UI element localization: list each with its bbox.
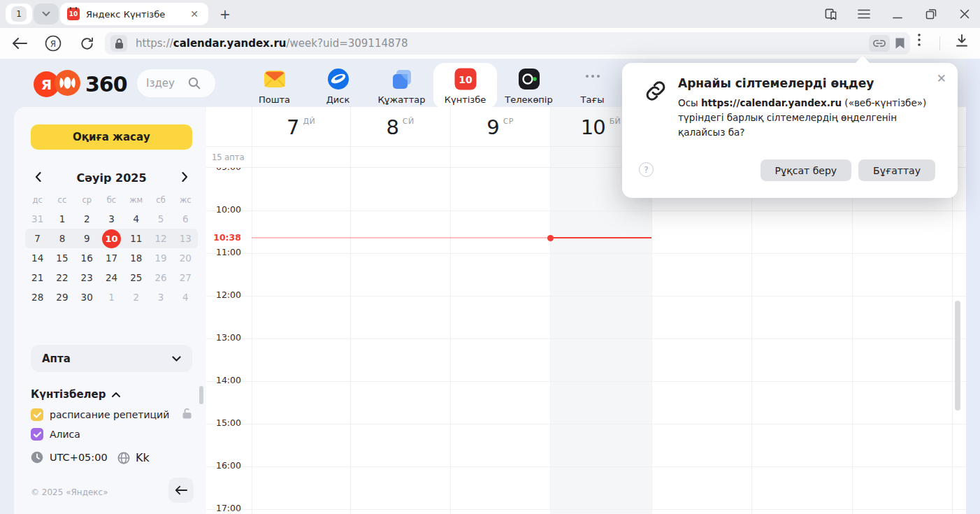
service-docs[interactable]: Құжаттар [370,63,433,109]
mini-calendar-day[interactable]: 7 [25,233,50,244]
url-text: https://calendar.yandex.ru/week?uid=3091… [136,37,408,50]
language-control[interactable]: Kk [117,451,150,464]
mini-calendar-day[interactable]: 17 [99,252,124,264]
weekday-label: сб [148,195,173,205]
day-header-9[interactable]: 9СР [450,107,550,147]
tab-close-icon[interactable]: ✕ [187,7,201,21]
chevron-down-icon [42,11,50,17]
calendar-checkbox[interactable] [31,408,43,421]
view-select-value: Апта [42,352,71,365]
toolbar-more-icon[interactable] [918,34,921,46]
reload-icon[interactable] [77,34,96,53]
timezone-control[interactable]: UTC+05:00 [31,451,108,464]
mini-calendar-day[interactable]: 1 [50,213,74,224]
mini-calendar-day[interactable]: 21 [25,272,50,283]
bookmarks-panel-icon[interactable] [823,7,837,21]
calendars-title: Күнтізбелер [31,388,106,401]
mini-calendar-day[interactable]: 29 [50,292,74,303]
mini-calendar-day[interactable]: 4 [124,213,148,224]
minimize-window-icon[interactable] [891,7,905,21]
hour-label: 10:00 [206,204,241,215]
tab-counter-button[interactable]: 1 [6,3,32,24]
mini-calendar-next-icon[interactable] [182,171,188,185]
time-grid[interactable]: 10:38 09:0010:0011:0012:0013:0014:0015:0… [206,168,966,514]
services-row: ПоштаДискҚұжаттар10КүнтізбеТелекөпірТағы [243,63,624,109]
sidebar-scrollbar-thumb[interactable] [199,386,203,404]
mini-calendar-day[interactable]: 20 [173,252,198,264]
search-input[interactable] [146,77,188,90]
mini-calendar-selected-day[interactable]: 10 [99,229,124,248]
mini-calendar-day[interactable]: 2 [124,292,148,303]
service-mail[interactable]: Пошта [243,63,306,109]
mini-calendar-day[interactable]: 25 [124,272,148,283]
page-scrollbar-track[interactable] [966,59,980,514]
service-more[interactable]: Тағы [561,63,624,109]
day-header-7[interactable]: 7ДЙ [252,107,350,147]
address-bar[interactable]: https://calendar.yandex.ru/week?uid=3091… [105,32,910,55]
day-header-8[interactable]: 8СЙ [350,107,450,147]
calendar-checkbox[interactable] [31,428,43,441]
popup-close-icon[interactable]: ✕ [937,71,946,85]
mini-calendar-day[interactable]: 22 [50,272,74,283]
day-abbr: БЙ [610,117,621,126]
mini-calendar-day[interactable]: 30 [75,292,99,303]
mini-calendar-day[interactable]: 1 [99,292,124,303]
mini-calendar-day[interactable]: 19 [148,252,173,264]
service-calendar[interactable]: 10Күнтізбе [433,63,497,109]
yandex-home-icon[interactable]: Я [43,34,63,53]
mini-calendar-day[interactable]: 9 [75,233,99,244]
mini-calendar-day[interactable]: 12 [148,233,173,244]
allow-button[interactable]: Рұқсат беру [761,159,851,181]
mini-calendar-day[interactable]: 8 [50,233,74,244]
restore-window-icon[interactable] [924,7,938,21]
mini-calendar-day[interactable]: 4 [173,292,198,303]
calendar-list-item[interactable]: расписание репетиций [31,405,192,424]
mini-calendar-day[interactable]: 16 [75,252,99,264]
back-icon[interactable] [10,34,29,53]
tab-list-dropdown[interactable] [34,3,59,24]
bookmark-icon[interactable] [895,38,905,49]
block-button[interactable]: Бұғаттау [858,159,935,181]
mini-calendar-day[interactable]: 11 [124,233,148,244]
create-event-button[interactable]: Оқиға жасау [31,124,192,150]
calendars-section-toggle[interactable]: Күнтізбелер [31,388,120,401]
mini-calendar-day[interactable]: 31 [25,213,50,224]
mini-calendar-day[interactable]: 24 [99,272,124,283]
search-box[interactable] [137,69,215,97]
browser-tab-calendar[interactable]: 10 Яндекс Күнтізбе ✕ [60,3,208,25]
hour-label: 17:00 [206,503,241,514]
mini-calendar-day[interactable]: 3 [148,292,173,303]
new-tab-button[interactable]: + [217,6,233,22]
downloads-icon[interactable] [955,34,969,48]
yandex-360-logo[interactable]: Я 360 [34,70,127,99]
mini-calendar-day[interactable]: 6 [173,213,198,224]
mini-calendar-day[interactable]: 18 [124,252,148,264]
grid-scrollbar-thumb[interactable] [955,301,960,411]
mini-calendar-day[interactable]: 28 [25,292,50,303]
mini-calendar-day[interactable]: 27 [173,272,198,283]
browser-menu-icon[interactable] [857,7,871,21]
mini-calendar-prev-icon[interactable] [35,171,41,185]
browser-tab-bar: 1 10 Яндекс Күнтізбе ✕ + [0,0,980,28]
calendar-list-item[interactable]: Алиса [31,424,192,442]
service-disk[interactable]: Диск [306,63,370,109]
lock-icon[interactable] [110,35,127,52]
close-window-icon[interactable] [958,7,972,21]
mini-calendar-day[interactable]: 14 [25,252,50,264]
mini-calendar-day[interactable]: 3 [99,213,124,224]
mini-calendar-day[interactable]: 13 [173,233,198,244]
more-icon [581,67,605,91]
mini-calendar-day[interactable]: 26 [148,272,173,283]
mini-calendar-day[interactable]: 2 [75,213,99,224]
collapse-sidebar-button[interactable] [168,478,194,503]
help-icon[interactable]: ? [639,162,654,177]
weekday-label: жс [173,195,198,205]
day-number: 10 [581,115,605,139]
mini-calendar-day[interactable]: 23 [75,272,99,283]
mini-calendar-day[interactable]: 5 [148,213,173,224]
special-links-icon[interactable] [869,35,890,52]
view-select[interactable]: Апта [31,345,192,372]
logo-360-text: 360 [85,72,127,97]
mini-calendar-day[interactable]: 15 [50,252,74,264]
service-telemost[interactable]: Телекөпір [497,63,561,109]
